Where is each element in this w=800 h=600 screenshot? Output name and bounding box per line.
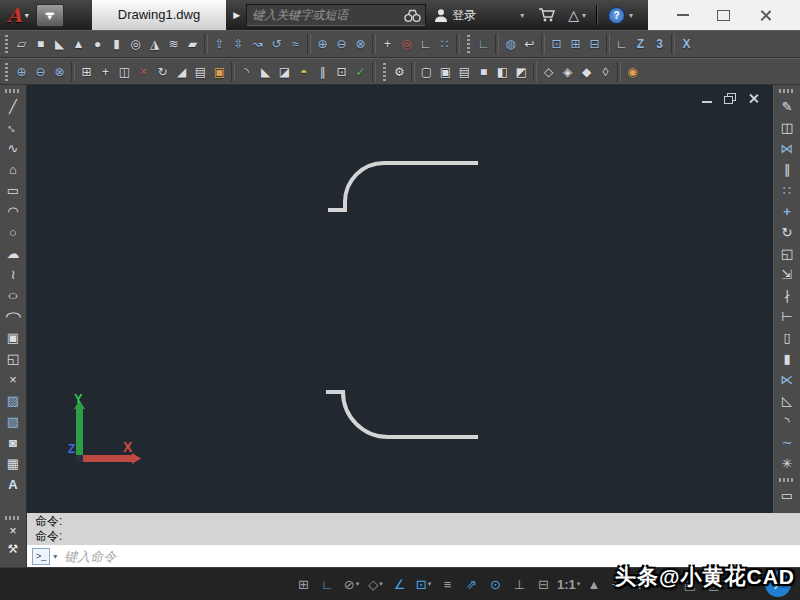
slice-icon[interactable]: ◪ xyxy=(275,61,294,83)
visual-style-realistic-icon[interactable]: ■ xyxy=(474,61,493,83)
snap-mode-icon[interactable]: ⊞ xyxy=(292,571,315,597)
extend-icon[interactable]: ⊢ xyxy=(775,306,799,327)
toolbar-grip[interactable] xyxy=(4,35,8,53)
dynamic-input-icon[interactable]: ⊟ xyxy=(532,571,555,597)
viewport-restore-button[interactable] xyxy=(724,93,736,104)
wedge-icon[interactable]: ◣ xyxy=(50,33,69,55)
delete-faces-icon[interactable]: × xyxy=(134,61,153,83)
box-icon[interactable]: ■ xyxy=(31,33,50,55)
insert-block-icon[interactable]: ▣ xyxy=(1,327,25,348)
object-snap-icon-caret[interactable]: ▾ xyxy=(428,580,432,588)
offset-icon[interactable]: ∥ xyxy=(775,159,799,180)
isometric-drafting-icon[interactable]: ◇▾ xyxy=(364,571,387,597)
color-edges-icon[interactable]: ▣ xyxy=(210,61,229,83)
move-icon[interactable]: + xyxy=(775,201,799,222)
table-icon[interactable]: ▦ xyxy=(1,453,25,474)
render-icon[interactable]: ◉ xyxy=(623,61,642,83)
circle-icon[interactable]: ○ xyxy=(1,222,25,243)
dynamic-ucs-icon[interactable]: ⊥ xyxy=(508,571,531,597)
maximize-button[interactable] xyxy=(717,10,730,21)
visual-style-conceptual-icon[interactable]: ◧ xyxy=(493,61,512,83)
selection-cycling-icon[interactable]: ⇗ xyxy=(460,571,483,597)
break-at-point-icon[interactable]: ▮ xyxy=(775,348,799,369)
presspull-icon[interactable]: ⇳ xyxy=(229,33,248,55)
render-presets-icon[interactable]: ⚙ xyxy=(390,61,409,83)
erase-icon[interactable]: ✎ xyxy=(775,96,799,117)
rotate-faces-icon[interactable]: ↻ xyxy=(153,61,172,83)
rotate-icon[interactable]: ↻ xyxy=(775,222,799,243)
ucs-face-icon[interactable]: ⊞ xyxy=(566,33,585,55)
cone-icon[interactable]: ▲ xyxy=(69,33,88,55)
torus-icon[interactable]: ◎ xyxy=(126,33,145,55)
window-toolbar-icon[interactable]: ▭ xyxy=(775,485,799,506)
fillet-edge-icon[interactable]: ◝ xyxy=(237,61,256,83)
surface-subtract-icon[interactable]: ⊖ xyxy=(31,61,50,83)
object-snap-tracking-icon[interactable]: ∠ xyxy=(388,571,411,597)
join-icon[interactable]: ⋉ xyxy=(775,369,799,390)
command-prompt-icon[interactable]: >_ xyxy=(32,548,50,565)
spline-icon[interactable]: ≀ xyxy=(1,264,25,285)
ucs-view-icon[interactable]: ∟ xyxy=(612,33,631,55)
autodesk360-button[interactable]: △ ▾ xyxy=(568,7,586,23)
sweep-icon[interactable]: ↝ xyxy=(248,33,267,55)
object-snap-icon[interactable]: ⊡▾ xyxy=(412,571,435,597)
move-faces-icon[interactable]: + xyxy=(96,61,115,83)
toolbar-grip[interactable] xyxy=(466,35,470,53)
search-icon[interactable] xyxy=(404,8,421,23)
chamfer-icon[interactable]: ◺ xyxy=(775,390,799,411)
annotation-visibility-icon[interactable]: ▲ xyxy=(582,571,605,597)
annotation-scale-label[interactable]: 1:1▾ xyxy=(556,571,581,597)
visual-style-2d-wireframe-icon[interactable]: ▢ xyxy=(417,61,436,83)
command-close-icon[interactable]: × xyxy=(9,522,16,540)
copy-faces-icon[interactable]: ◫ xyxy=(115,61,134,83)
viewport-minimize-button[interactable] xyxy=(702,101,712,103)
isolate-objects-2-icon[interactable]: ◈ xyxy=(558,61,577,83)
app-menu-caret-icon[interactable]: ▾ xyxy=(25,11,29,20)
taper-faces-icon[interactable]: ◢ xyxy=(172,61,191,83)
3d-array-icon[interactable]: ∷ xyxy=(435,33,454,55)
help-caret-icon[interactable]: ▾ xyxy=(629,11,633,20)
ucs-previous-icon[interactable]: ↩ xyxy=(520,33,539,55)
surface-union-icon[interactable]: ⊕ xyxy=(12,61,31,83)
stretch-icon[interactable]: ⇲ xyxy=(775,264,799,285)
planar-surface-icon[interactable]: ▰ xyxy=(183,33,202,55)
subtract-icon[interactable]: ⊖ xyxy=(332,33,351,55)
mirror-icon[interactable]: ⋈ xyxy=(775,138,799,159)
login-button[interactable]: 登录 ▾ xyxy=(434,7,524,24)
extrude-icon[interactable]: ⇧ xyxy=(210,33,229,55)
3d-object-snap-icon[interactable]: ⊙ xyxy=(484,571,507,597)
trim-icon[interactable]: ∤ xyxy=(775,285,799,306)
ucs-object-icon[interactable]: ⊟ xyxy=(585,33,604,55)
visual-style-hidden-icon[interactable]: ▤ xyxy=(455,61,474,83)
gradient-icon[interactable]: ▧ xyxy=(1,411,25,432)
autocad-logo-icon[interactable]: A xyxy=(7,4,22,26)
polar-tracking-icon-caret[interactable]: ▾ xyxy=(356,580,360,588)
toolbar-grip[interactable] xyxy=(382,63,386,81)
command-window-grip[interactable] xyxy=(5,516,21,520)
polygon-icon[interactable]: ⌂ xyxy=(1,159,25,180)
surface-intersect-icon[interactable]: ⊗ xyxy=(50,61,69,83)
visual-style-shaded-icon[interactable]: ◩ xyxy=(512,61,531,83)
region-icon[interactable]: ◙ xyxy=(1,432,25,453)
cylinder-icon[interactable]: ▮ xyxy=(107,33,126,55)
thicken-icon[interactable]: ◓ xyxy=(294,61,313,83)
ortho-mode-icon[interactable]: ∟ xyxy=(316,571,339,597)
isometric-drafting-icon-caret[interactable]: ▾ xyxy=(379,580,383,588)
copy-edges-icon[interactable]: ▤ xyxy=(191,61,210,83)
toolbar-grip[interactable] xyxy=(4,63,8,81)
fillet-icon[interactable]: ◝ xyxy=(775,411,799,432)
3d-rotate-icon[interactable]: ◎ xyxy=(397,33,416,55)
pyramid-icon[interactable]: ◮ xyxy=(145,33,164,55)
file-tab[interactable]: Drawing1.dwg xyxy=(92,0,226,30)
ucs-origin-icon[interactable]: ⊡ xyxy=(547,33,566,55)
copy-icon[interactable]: ◫ xyxy=(775,117,799,138)
check-icon[interactable]: ✓ xyxy=(351,61,370,83)
revolve-icon[interactable]: ↺ xyxy=(267,33,286,55)
isolate-objects-1-icon[interactable]: ◇ xyxy=(539,61,558,83)
toolbar-grip[interactable] xyxy=(779,478,795,482)
mtext-icon[interactable]: A xyxy=(1,474,25,495)
command-input[interactable] xyxy=(62,548,800,565)
break-icon[interactable]: ▯ xyxy=(775,327,799,348)
minimize-button[interactable] xyxy=(677,14,689,16)
login-caret-icon[interactable]: ▾ xyxy=(520,11,524,20)
